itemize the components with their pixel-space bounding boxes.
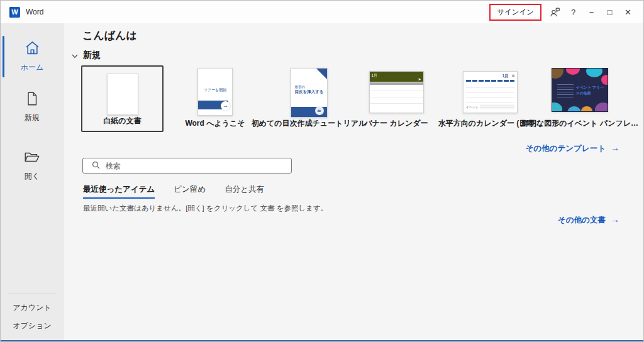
home-icon [24,48,41,58]
titlebar-controls: サインイン ? − □ ✕ [491,1,637,23]
link-text: その他の文書 [558,216,606,224]
banner-calendar-thumbnail: 1月 ➤ [369,71,424,113]
sidebar: ホーム 新規 開く アカウント オプション [1,23,64,342]
titlebar: W Word サインイン ? − □ ✕ [1,1,643,23]
toc-thumbnail: 最初の 目次を挿入する ☰ [291,68,328,118]
new-document-icon [24,98,40,109]
close-button[interactable]: ✕ [619,1,637,23]
search-input[interactable] [106,162,291,170]
sidebar-item-label: 新規 [1,113,64,123]
sidebar-item-options[interactable]: オプション [1,321,64,331]
blob-cyan-bottom [552,102,562,112]
arrow-right-icon: → [611,214,619,224]
word-start-screen: W Word サインイン ? − □ ✕ [0,0,644,342]
sidebar-item-new[interactable]: 新規 [1,91,64,123]
thumb-text: ツアーを開始 [198,87,232,93]
blob-teal-top [586,68,602,77]
calendar-grid [370,85,423,108]
document-tabs: 最近使ったアイテム ピン留め 自分と共有 [83,184,264,199]
blob-orange-bottom [581,106,592,112]
search-box [82,158,292,174]
template-vivid-event-brochure[interactable]: イベント フリー スの名前 鮮明な図形のイベント パンフレ… [517,65,643,114]
tab-recent[interactable]: 最近使ったアイテム [83,184,155,199]
sidebar-item-label: 開く [1,171,64,182]
link-text: その他のテンプレート [526,144,606,153]
template-label: 白紙の文書 [82,116,162,126]
chevron-down-icon [72,50,78,61]
maximize-button[interactable]: □ [601,1,619,23]
welcome-thumbnail: ツアーを開始 → [197,68,233,116]
arrow-circle-icon: → [221,101,230,111]
thumb-text: イベント フリー スの名前 [575,85,604,96]
blank-page-thumbnail [107,74,138,115]
main-content: こんばんは 新規 白紙の文書 ツアーを開始 → Word へようこそ [64,23,644,342]
app-title: Word [26,8,43,16]
brochure-thumbnail: イベント フリー スの名前 [552,68,608,112]
help-button[interactable]: ? [564,1,582,23]
greeting-heading: こんばんは [82,28,137,43]
sidebar-item-open[interactable]: 開く [1,149,64,182]
template-label: 鮮明な図形のイベント パンフレ… [517,118,643,129]
new-section-title: 新規 [83,50,101,61]
thumb-mini-icon: ▦ [512,74,515,77]
word-app-icon: W [9,7,20,18]
open-folder-icon [23,157,41,167]
tab-shared-with-me[interactable]: 自分と共有 [225,184,264,199]
blob-bronze [552,68,564,79]
blob-purple-bottom [595,102,608,112]
thumb-month: 1月 [502,74,508,79]
thumb-text-lines [557,82,574,99]
horizontal-calendar-thumbnail: 1月 ▦ イベント [463,71,518,113]
search-icon [83,160,100,172]
sign-in-button[interactable]: サインイン [491,5,540,19]
sidebar-item-label: ホーム [1,62,64,73]
template-blank-document[interactable]: 白紙の文書 [81,65,164,132]
week-header-line [466,80,514,82]
toc-circle-icon: ☰ [315,106,324,115]
blob-pink-right [601,75,608,85]
more-documents-link[interactable]: その他の文書→ [558,214,619,226]
more-templates-link[interactable]: その他のテンプレート→ [526,143,619,154]
sidebar-item-account[interactable]: アカウント [1,302,64,313]
arrow-right-icon: → [611,143,619,153]
olive-banner: 1月 ➤ [370,72,423,82]
feedback-person-icon [550,7,560,18]
calendar-grid [466,83,514,103]
feedback-button[interactable] [546,1,564,23]
minimize-button[interactable]: − [582,1,601,23]
active-indicator [3,36,4,77]
blob-blue-bottom [567,106,581,112]
tab-pinned[interactable]: ピン留め [174,184,206,199]
thumb-event-label: イベント [466,105,479,109]
new-section-header[interactable]: 新規 [72,50,101,61]
corner-fold [316,69,327,79]
sidebar-item-home[interactable]: ホーム [1,40,64,73]
thumb-text-lines [480,104,514,109]
thumb-text: 最初の 目次を挿入する [295,85,324,95]
sidebar-divider [8,294,56,294]
signin-wrap: サインイン [491,5,540,19]
window-accent-border [1,340,643,341]
empty-recent-message: 最近開いた文書はありません。[開く] をクリックして 文書 を参照します。 [83,204,328,213]
blob-pink-top [566,68,580,75]
